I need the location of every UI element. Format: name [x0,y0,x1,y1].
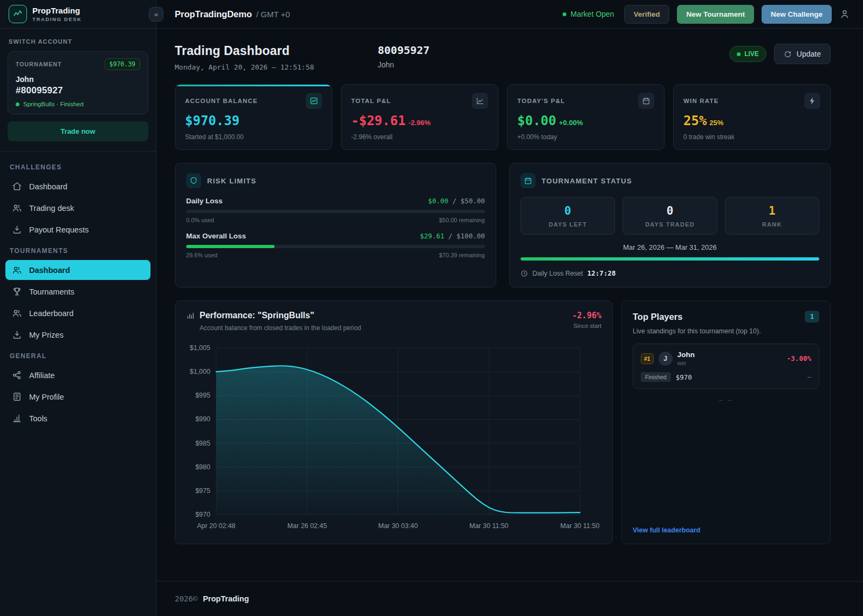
tournament-date-range: Mar 26, 2026 — Mar 31, 2026 [520,243,819,251]
account-number-block: 80095927 John [378,44,429,69]
nav-section-general: GENERAL Affiliate My Profile Tools [5,352,150,428]
days-traded-box: 0 DAYS TRADED [622,197,717,235]
live-badge: LIVE [729,46,766,62]
risk-row-label: Daily Loss [186,197,223,205]
risk-row-values: $29.61 / $100.00 [420,232,485,240]
sidebar-item-trading-desk[interactable]: Trading desk [5,198,150,218]
sidebar-item-label: My Prizes [29,331,64,339]
svg-text:$1,005: $1,005 [190,344,210,352]
users-icon [12,308,22,318]
rank-label: RANK [729,221,816,228]
performance-title-block: Performance: "SpringBulls" Account balan… [186,311,361,332]
daily-loss-reset: Daily Loss Reset 12:7:28 [520,269,819,277]
trade-now-button[interactable]: Trade now [8,121,148,141]
sidebar-item-label: Trading desk [29,204,74,213]
days-left-value: 0 [524,204,611,217]
sidebar-item-leaderboard[interactable]: Leaderboard [5,303,150,323]
risk-limits-title: RISK LIMITS [207,177,257,185]
page-datetime: Monday, April 20, 2026 — 12:51:58 [175,63,314,71]
risk-used-value: $0.00 [428,197,449,205]
chart-bars-icon [186,311,195,320]
tournament-status-boxes: 0 DAYS LEFT 0 DAYS TRADED 1 RANK [520,197,819,235]
footer: 2026© PropTrading [156,581,863,616]
sidebar-item-affiliate[interactable]: Affiliate [5,365,150,385]
bolt-icon [804,93,820,109]
performance-chart[interactable]: $970$975$980$985$990$995$1,000$1,005Apr … [186,340,601,534]
sidebar-item-challenges-dashboard[interactable]: Dashboard [5,176,150,196]
risk-limit-value: $100.00 [456,232,485,240]
stat-subtext: 0 trade win streak [683,133,820,141]
main-column: « PropTradingDemo / GMT +0 Market Open V… [156,0,863,616]
player-balance: $970 [676,373,692,381]
sidebar-item-tournaments-dashboard[interactable]: Dashboard [5,260,150,280]
svg-text:$1,000: $1,000 [190,368,210,375]
risk-row-values: $0.00 / $50.00 [428,197,485,205]
app-logo-icon [9,5,27,23]
account-holder-name: John [16,75,140,84]
app-root: PropTrading TRADING DESK SWITCH ACCOUNT … [0,0,863,616]
collapse-sidebar-button[interactable]: « [149,7,163,22]
sidebar-item-label: Tools [29,414,47,423]
market-open-dot-icon [563,12,566,16]
stat-label: WIN RATE [683,98,719,104]
stat-card-todays-pnl: TODAY'S P&L $0.00+0.00% +0.00% today [507,84,665,150]
workspace-title-group: PropTradingDemo / GMT +0 [175,9,290,19]
sidebar-item-tournaments[interactable]: Tournaments [5,282,150,302]
verified-button[interactable]: Verified [624,5,670,24]
sidebar-item-label: Affiliate [29,371,54,380]
home-icon [12,181,22,191]
sidebar-item-my-profile[interactable]: My Profile [5,387,150,407]
sidebar-nav: CHALLENGES Dashboard Trading desk Payout… [0,152,156,434]
view-full-leaderboard-link[interactable]: View full leaderboard [633,526,819,534]
page-actions: LIVE Update [729,44,831,64]
svg-text:$985: $985 [195,440,210,447]
sidebar-header: PropTrading TRADING DESK [0,0,156,29]
nav-section-tournaments: TOURNAMENTS Dashboard Tournaments Leader… [5,247,150,345]
rank-value: 1 [729,204,816,217]
risk-remaining-text: $70.39 remaining [439,252,485,258]
player-row[interactable]: #1 J John wer -3.00% Finished $970 – [633,344,819,389]
sidebar-item-payout-requests[interactable]: Payout Requests [5,220,150,239]
stat-card-account-balance: ACCOUNT BALANCE $970.39 Started at $1,00… [175,84,332,150]
risk-limits-card: RISK LIMITS Daily Loss $0.00 / $50.00 [175,163,496,288]
account-id: #80095927 [16,85,140,96]
new-challenge-button[interactable]: New Challenge [762,5,832,24]
trophy-icon [12,286,22,297]
sidebar-item-tools[interactable]: Tools [5,408,150,428]
rank-box: 1 RANK [725,197,819,235]
nav-section-title: GENERAL [10,352,150,360]
sidebar-item-label: Payout Requests [29,225,88,234]
sidebar-item-label: Tournaments [29,288,74,296]
stat-delta: +0.00% [559,119,583,127]
players-count-badge: 1 [805,311,819,323]
performance-change-caption: Since start [572,323,601,329]
account-card[interactable]: TOURNAMENT $970.39 John #80095927 Spring… [8,51,148,114]
update-button[interactable]: Update [774,44,831,64]
stat-subtext: +0.00% today [517,133,654,141]
clock-icon [520,270,528,277]
new-tournament-button[interactable]: New Tournament [677,5,754,24]
page-head: Trading Dashboard Monday, April 20, 2026… [175,44,831,71]
user-icon[interactable] [839,9,850,19]
stat-delta: 25% [709,119,723,127]
app-logo-text: PropTrading TRADING DESK [32,6,82,22]
market-status-text: Market Open [571,10,614,18]
mid-row: RISK LIMITS Daily Loss $0.00 / $50.00 [175,163,831,288]
rank-badge: #1 [641,353,654,364]
bottom-row: Performance: "SpringBulls" Account balan… [175,300,831,544]
account-balance-badge: $970.39 [105,58,140,70]
sidebar-item-my-prizes[interactable]: My Prizes [5,325,150,345]
update-label: Update [797,50,821,58]
header-actions: Market Open Verified New Tournament New … [563,5,850,24]
svg-text:$980: $980 [195,463,210,471]
footer-brand: PropTrading [203,594,249,603]
market-status: Market Open [563,10,614,18]
risk-row-label: Max Overall Loss [186,232,246,240]
page-title: Trading Dashboard [175,44,314,58]
days-traded-value: 0 [626,204,713,217]
live-label: LIVE [744,50,759,58]
risk-separator: / [448,232,453,240]
refresh-icon [784,50,792,58]
svg-text:Mar 26 02:45: Mar 26 02:45 [287,522,327,530]
svg-text:Mar 30 11:50: Mar 30 11:50 [469,522,509,530]
